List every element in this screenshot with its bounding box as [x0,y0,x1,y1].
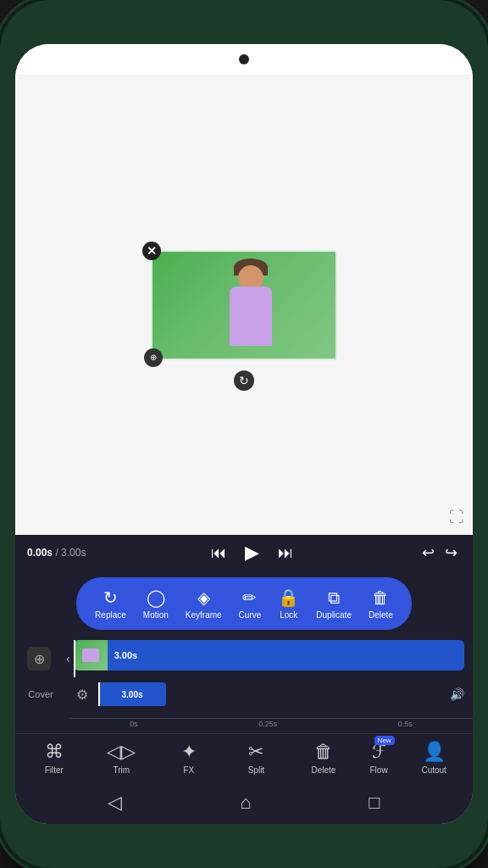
bottom-tool-flow[interactable]: New ℱ Flow [370,741,388,775]
tool-lock[interactable]: 🔒 Lock [269,584,308,623]
rotate-handle[interactable]: ↻ [234,370,254,391]
cutout-icon: 👤 [423,741,446,763]
video-person [152,252,336,359]
bottom-toolbar: ⌘ Filter ◁▷ Trim ✦ FX ✂ Split 🗑 Delet [15,733,473,782]
camera-notch [239,54,249,64]
replace-icon: ↻ [103,587,118,608]
keyframe-icon: ◈ [197,587,210,608]
skip-forward-button[interactable]: ⏭ [274,542,297,564]
bottom-tool-split[interactable]: ✂ Split [235,741,277,775]
clip-duration-label: 3.00s [108,650,145,660]
bottom-tool-cutout[interactable]: 👤 Cutout [413,741,455,775]
tool-curve[interactable]: ✏ Curve [230,584,270,623]
mini-clip-label: 3.00s [121,690,142,699]
nav-bar: ◁ ⌂ □ [15,782,473,824]
bottom-tool-fx[interactable]: ✦ FX [168,741,210,775]
tool-duplicate[interactable]: ⧉ Duplicate [308,585,360,623]
volume-icon[interactable]: 🔊 [450,687,464,701]
lower-playhead [98,682,100,706]
crop-corner-icon[interactable]: ⊕ [144,348,163,367]
close-button[interactable]: ✕ [142,242,161,260]
split-icon: ✂ [248,741,263,763]
redo-button[interactable]: ↪ [441,542,461,564]
play-button[interactable]: ▶ [238,540,266,565]
status-bar [15,44,473,75]
expand-icon[interactable]: ⛶ [449,509,464,526]
phone-shell: ✕ ⊕ ↻ ⛶ [0,0,488,868]
bottom-tool-filter[interactable]: ⌘ Filter [33,741,75,775]
video-track-row: ⊕ ‹ 3.00s [15,640,473,677]
total-time: / 3.00s [55,547,86,559]
person-silhouette [217,265,285,359]
delete-icon: 🗑 [372,588,389,608]
fx-icon: ✦ [181,741,197,763]
canvas-area: ✕ ⊕ ↻ ⛶ [15,75,473,535]
ruler-tick-0: 0s [130,720,138,728]
settings-icon[interactable]: ⚙ [76,687,88,703]
video-track-body: 3.00s [74,640,473,677]
timeline-controls: 0.00s / 3.00s ⏮ ▶ ⏭ ↩ ↪ [15,535,473,570]
lock-icon: 🔒 [278,587,299,608]
tool-motion[interactable]: ◯ Motion [135,584,177,623]
track-extras: ⚙ [66,687,98,703]
mini-clip[interactable]: 3.00s [98,682,166,706]
tool-keyframe[interactable]: ◈ Keyframe [177,584,230,623]
new-badge: New [374,736,395,745]
time-display: 0.00s / 3.00s [27,547,86,559]
add-track-button[interactable]: ⊕ [27,647,51,670]
lower-track-row: Cover ⚙ 3.00s 🔊 [15,679,473,709]
ruler-tick-1: 0.25s [258,720,277,728]
phone-screen: ✕ ⊕ ↻ ⛶ [15,44,473,824]
person-body [230,287,272,346]
home-nav-button[interactable]: ⌂ [226,787,264,819]
recents-nav-button[interactable]: □ [355,787,393,819]
track-left-video: ⊕ [15,647,66,670]
volume-control: 🔊 [441,687,473,701]
current-time: 0.00s [27,547,53,559]
motion-icon: ◯ [147,587,165,608]
filter-icon: ⌘ [45,741,64,763]
bottom-tool-trim[interactable]: ◁▷ Trim [100,741,142,775]
undo-button[interactable]: ↩ [419,542,438,564]
playhead [74,640,75,677]
video-track-clip[interactable]: 3.00s [74,640,464,670]
skip-back-button[interactable]: ⏮ [208,542,230,564]
track-chevron-icon[interactable]: ‹ [66,652,70,665]
timeline-section: ⊕ ‹ 3.00s [15,637,473,733]
bottom-tool-delete[interactable]: 🗑 Delete [302,741,345,775]
tool-row: ↻ Replace ◯ Motion ◈ Keyframe ✏ Curve [15,570,473,637]
back-nav-button[interactable]: ◁ [94,787,136,819]
clip-thumbnail [74,640,108,670]
tool-delete[interactable]: 🗑 Delete [360,585,402,623]
video-clip [151,250,337,360]
curve-icon: ✏ [242,587,257,608]
tool-replace[interactable]: ↻ Replace [86,584,135,623]
ruler-tick-2: 0.5s [398,720,413,728]
timeline-ruler: 0s 0.25s 0.5s [15,711,473,728]
cover-label: Cover [15,689,66,699]
editor-bottom: 0.00s / 3.00s ⏮ ▶ ⏭ ↩ ↪ ↻ Replace [15,535,473,824]
video-clip-container[interactable]: ✕ ⊕ ↻ [151,250,337,360]
duplicate-icon: ⧉ [328,588,340,608]
lower-track-body: 3.00s [98,682,441,706]
delete-bottom-icon: 🗑 [314,741,333,763]
trim-icon: ◁▷ [107,741,136,763]
tool-pill: ↻ Replace ◯ Motion ◈ Keyframe ✏ Curve [76,577,412,630]
